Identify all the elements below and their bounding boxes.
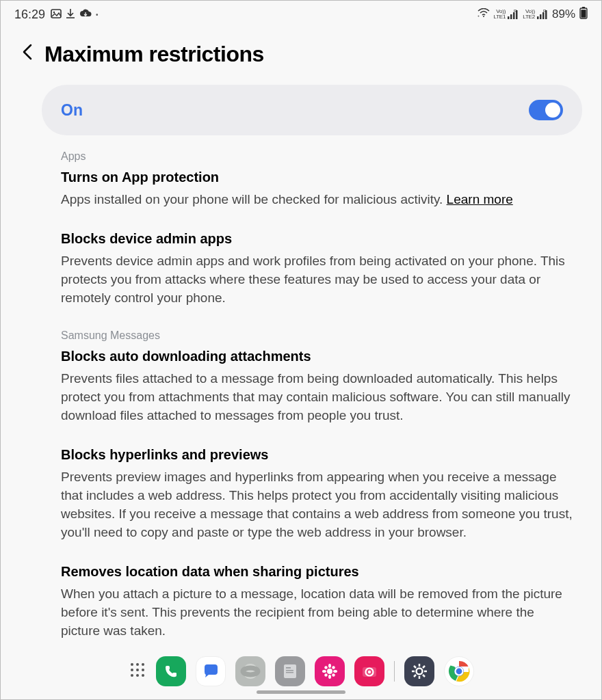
svg-point-37 [324, 666, 327, 669]
item-block-admin-desc: Prevents device admin apps and work prof… [61, 252, 574, 308]
page-title: Maximum restrictions [44, 42, 264, 67]
item-block-attach-title: Blocks auto downloading attachments [61, 349, 574, 364]
svg-rect-29 [286, 667, 291, 669]
wifi-icon: + [477, 8, 490, 21]
svg-point-2 [483, 16, 484, 17]
svg-point-19 [142, 663, 144, 666]
camera-app-icon[interactable] [354, 656, 384, 686]
cloud-download-icon [79, 9, 92, 21]
svg-rect-31 [286, 672, 293, 673]
svg-point-43 [367, 671, 370, 673]
svg-line-51 [414, 675, 416, 677]
settings-app-icon[interactable] [404, 656, 434, 686]
notes-app-icon[interactable] [275, 656, 305, 686]
dock [1, 656, 601, 694]
battery-icon [579, 7, 588, 23]
svg-point-32 [327, 669, 332, 674]
lte1-label: LTE1 [494, 14, 506, 20]
header: Maximum restrictions [1, 28, 601, 85]
svg-line-49 [414, 666, 416, 668]
messages-app-icon[interactable] [196, 656, 226, 686]
dot-icon: • [96, 11, 99, 18]
svg-text:+: + [477, 14, 480, 18]
dock-separator [394, 661, 395, 682]
svg-point-23 [131, 674, 133, 677]
item-remove-location-title: Removes location data when sharing pictu… [61, 564, 574, 580]
svg-point-20 [131, 669, 133, 671]
svg-rect-9 [537, 16, 539, 19]
svg-point-21 [136, 669, 139, 671]
internet-app-icon[interactable] [235, 656, 265, 686]
svg-point-36 [333, 670, 337, 673]
svg-point-55 [455, 668, 462, 675]
signal-icon-2: R [537, 10, 548, 19]
master-toggle-card[interactable]: On [42, 85, 582, 135]
signal-icon-1: R [508, 10, 519, 19]
svg-point-17 [131, 663, 133, 666]
svg-rect-16 [581, 10, 586, 18]
gallery-app-icon[interactable] [315, 656, 345, 686]
svg-point-22 [142, 669, 144, 671]
svg-line-52 [423, 666, 425, 668]
back-icon[interactable] [21, 42, 34, 66]
lte2-label: LTE2 [523, 14, 535, 20]
item-block-attach-desc: Prevents files attached to a message fro… [61, 370, 574, 425]
svg-point-33 [328, 664, 331, 668]
learn-more-link[interactable]: Learn more [447, 192, 513, 206]
svg-point-38 [332, 666, 335, 669]
svg-rect-5 [510, 14, 512, 19]
svg-point-35 [322, 670, 326, 673]
svg-point-39 [324, 673, 327, 676]
download-icon [66, 8, 75, 21]
item-block-links-desc: Prevents preview images and hyperlinks f… [61, 468, 574, 542]
svg-point-44 [416, 669, 422, 675]
app-drawer-icon[interactable] [129, 661, 146, 682]
item-block-links-title: Blocks hyperlinks and previews [61, 447, 574, 463]
svg-rect-6 [513, 12, 515, 19]
item-remove-location-desc: When you attach a picture to a message, … [61, 585, 574, 641]
svg-rect-30 [286, 670, 293, 671]
status-time: 16:29 [14, 8, 45, 22]
svg-point-18 [136, 663, 139, 666]
svg-text:R: R [543, 10, 547, 13]
home-indicator[interactable] [257, 690, 345, 694]
item-app-protection-title: Turns on App protection [61, 170, 574, 185]
chrome-app-icon[interactable] [444, 656, 474, 686]
section-messages-header: Samsung Messages [61, 329, 574, 342]
item-block-admin-title: Blocks device admin apps [61, 231, 574, 247]
svg-rect-4 [508, 16, 510, 19]
section-apps-header: Apps [61, 150, 574, 163]
toggle-switch[interactable] [529, 100, 563, 120]
image-icon [51, 8, 62, 21]
svg-rect-11 [542, 12, 545, 19]
svg-point-34 [328, 675, 331, 679]
svg-point-40 [332, 673, 335, 676]
svg-rect-10 [540, 14, 542, 19]
svg-line-50 [423, 675, 425, 677]
svg-text:R: R [514, 10, 517, 13]
item-app-protection-desc: Apps installed on your phone will be che… [61, 191, 574, 209]
toggle-label: On [61, 101, 83, 120]
svg-point-24 [136, 674, 139, 677]
svg-point-25 [142, 674, 144, 677]
phone-app-icon[interactable] [156, 656, 186, 686]
svg-point-1 [53, 11, 55, 12]
svg-rect-28 [284, 664, 296, 678]
status-bar: 16:29 • + Vo))LTE1 R Vo))LTE2 R 89% [1, 1, 601, 28]
battery-pct: 89% [552, 8, 575, 21]
